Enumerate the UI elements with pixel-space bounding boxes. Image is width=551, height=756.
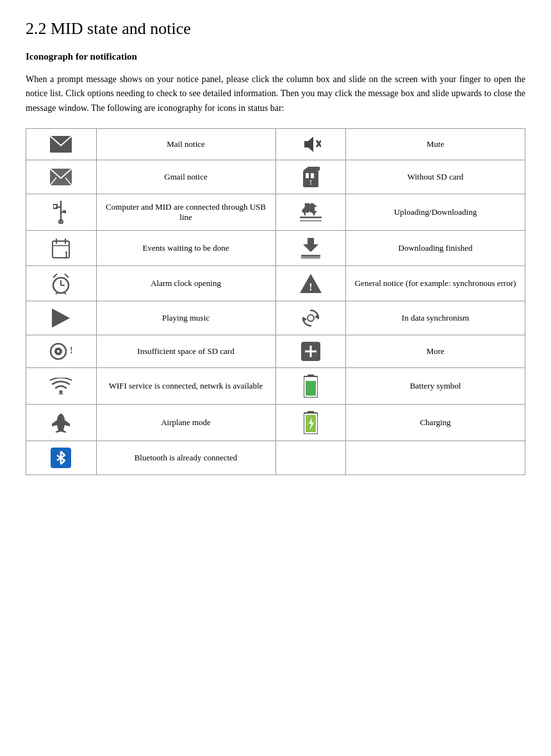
icon-alarm xyxy=(26,266,97,301)
svg-marker-8 xyxy=(303,167,320,171)
label-warning: General notice (for example: synchronous… xyxy=(346,266,525,301)
intro-text: When a prompt message shows on your noti… xyxy=(26,72,525,115)
table-row: Mail notice Mute xyxy=(26,129,525,160)
icon-mail xyxy=(26,129,97,160)
label-wifi: WIFI service is connected, netwrk is ava… xyxy=(96,368,276,405)
label-usb: Computer and MID are connected through U… xyxy=(96,194,276,231)
svg-marker-47 xyxy=(315,314,318,319)
label-charging: Charging xyxy=(346,405,525,441)
icon-download-done xyxy=(276,231,346,266)
label-play: Playing music xyxy=(96,301,276,335)
svg-marker-28 xyxy=(311,211,317,215)
label-sync: In data synchronism xyxy=(346,301,525,335)
icon-upload-download xyxy=(276,194,346,231)
icon-empty-right xyxy=(276,441,346,475)
svg-text:!: ! xyxy=(70,346,72,355)
label-gmail: Gmail notice xyxy=(96,160,276,194)
icon-charging xyxy=(276,405,346,441)
icon-battery xyxy=(276,368,346,405)
icon-more xyxy=(276,335,346,368)
svg-marker-1 xyxy=(304,137,313,152)
label-bluetooth: Bluetooth is already connected xyxy=(96,441,276,475)
icon-gmail xyxy=(26,160,97,194)
icon-usb xyxy=(26,194,97,231)
svg-point-57 xyxy=(60,391,63,394)
svg-line-40 xyxy=(53,274,57,278)
svg-rect-15 xyxy=(53,205,57,208)
icon-sd-alert: ! xyxy=(26,335,97,368)
icon-table: Mail notice Mute Gmail xyxy=(26,128,525,475)
table-row: Playing music In data synchronism xyxy=(26,301,525,335)
svg-point-49 xyxy=(308,315,314,321)
svg-rect-9 xyxy=(306,173,309,178)
icon-events: 1 xyxy=(26,231,97,266)
section-label: Iconograph for notification xyxy=(26,51,525,62)
svg-marker-48 xyxy=(303,317,307,322)
page-title: 2.2 MID state and notice xyxy=(26,19,525,38)
svg-marker-46 xyxy=(52,308,70,328)
label-airplane: Airplane mode xyxy=(96,405,276,441)
table-row: Airplane mode Charging xyxy=(26,405,525,441)
icon-bluetooth xyxy=(26,441,97,475)
label-upload-download: Uploading/Downloading xyxy=(346,194,525,231)
icon-play xyxy=(26,301,97,335)
label-empty-right xyxy=(346,441,525,475)
label-more: More xyxy=(346,335,525,368)
icon-sync xyxy=(276,301,346,335)
icon-wifi xyxy=(26,368,97,405)
label-battery: Battery symbol xyxy=(346,368,525,405)
table-row: 1 Events waiting to be done Downloading … xyxy=(26,231,525,266)
label-no-sd: Without SD card xyxy=(346,160,525,194)
svg-line-43 xyxy=(64,292,66,294)
icon-no-sd: ! xyxy=(276,160,346,194)
icon-airplane xyxy=(26,405,97,441)
icon-mute xyxy=(276,129,346,160)
table-row: ! Insufficient space of SD card More xyxy=(26,335,525,368)
table-row: Gmail notice ! Without SD card xyxy=(26,160,525,194)
label-sd-alert: Insufficient space of SD card xyxy=(96,335,276,368)
svg-line-42 xyxy=(56,292,58,294)
icon-warning: ! xyxy=(276,266,346,301)
svg-rect-10 xyxy=(311,173,314,178)
label-mute: Mute xyxy=(346,129,525,160)
svg-text:!: ! xyxy=(309,178,312,186)
table-row: Computer and MID are connected through U… xyxy=(26,194,525,231)
table-row: WIFI service is connected, netwrk is ava… xyxy=(26,368,525,405)
label-alarm: Alarm clock opening xyxy=(96,266,276,301)
label-events: Events waiting to be done xyxy=(96,231,276,266)
svg-text:1: 1 xyxy=(64,250,69,259)
label-mail: Mail notice xyxy=(96,129,276,160)
label-download-done: Downloading finished xyxy=(346,231,525,266)
table-row: Bluetooth is already connected xyxy=(26,441,525,475)
svg-marker-34 xyxy=(303,238,318,252)
svg-point-52 xyxy=(57,350,60,353)
table-row: Alarm clock opening ! General notice (fo… xyxy=(26,266,525,301)
svg-text:!: ! xyxy=(309,281,312,292)
svg-rect-60 xyxy=(306,381,316,396)
svg-line-41 xyxy=(65,274,69,278)
